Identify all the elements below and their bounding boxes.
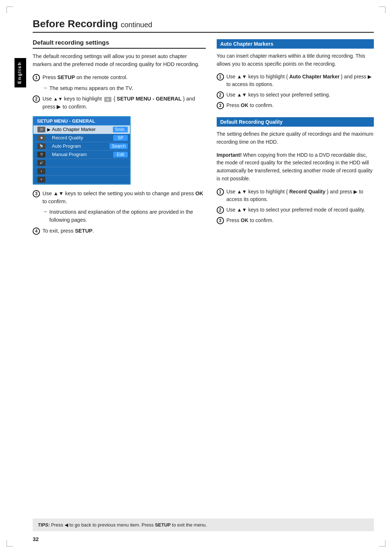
- menu-row-3-label: Auto Program: [52, 143, 110, 149]
- menu-row-2-arrow: ▶: [47, 135, 50, 140]
- tips-bar: TIPS: Press ◀ to go back to previous men…: [33, 519, 374, 532]
- menu-row-3: 📡 ▶ Auto Program Search: [33, 142, 130, 151]
- right-step-1-1: 1 Use ▲▼ keys to highlight { Auto Chapte…: [217, 73, 374, 88]
- menu-row-4-label: Manual Program: [52, 152, 113, 157]
- menu-row-7: ≡: [33, 176, 130, 184]
- corner-mark-tl: [7, 7, 13, 13]
- left-section-heading: Default recording settings: [33, 39, 206, 49]
- corner-mark-br: [379, 540, 385, 546]
- step-3-text: Use ▲▼ keys to select the setting you wi…: [42, 190, 206, 206]
- corner-mark-bl: [7, 540, 13, 546]
- menu-row-6: 1: [33, 167, 130, 176]
- menu-row-1-label: Auto Chapter Marker: [52, 127, 113, 132]
- two-column-layout: Default recording settings The default r…: [33, 39, 374, 238]
- right-step-2-1-text: Use ▲▼ keys to highlight { Record Qualit…: [226, 188, 374, 203]
- menu-row-3-arrow: ▶: [47, 144, 50, 149]
- right-step-2-1-num: 1: [217, 188, 224, 196]
- menu-row-4: ☰ ▶ Manual Program Edit: [33, 151, 130, 159]
- menu-icon-2: ◉: [36, 135, 47, 141]
- page-number: 32: [33, 536, 39, 542]
- menu-icon-5: 🔊: [36, 160, 47, 166]
- step-4-text: To exit, press SETUP.: [42, 227, 94, 235]
- setup-menu-title: SETUP MENU - GENERAL: [33, 117, 130, 126]
- step-2: 2 Use ▲▼ keys to highlight ⊞ { SETUP MEN…: [33, 95, 206, 111]
- step-3-sub-text: Instructions and explanation of the opti…: [49, 208, 206, 224]
- step-3-sub: → Instructions and explanation of the op…: [42, 208, 206, 224]
- right-column: Auto Chapter Markers You can insert chap…: [217, 39, 374, 238]
- corner-mark-tr: [379, 7, 385, 13]
- tips-text: Press ◀ to go back to previous menu item…: [51, 522, 207, 528]
- arrow-icon-3: →: [42, 209, 48, 214]
- right-step-2-2-text: Use ▲▼ keys to select your preferred mod…: [226, 206, 365, 214]
- auto-chapter-heading: Auto Chapter Markers: [217, 39, 374, 49]
- right-step-2-3-num: 3: [217, 217, 224, 224]
- right-step-1-1-num: 1: [217, 73, 224, 81]
- default-quality-body: The setting defines the picture quality …: [217, 130, 374, 146]
- menu-row-3-value: Search: [110, 143, 128, 149]
- menu-row-1-value: 5min.: [113, 127, 128, 132]
- step-1-sub: → The setup menu appears on the TV.: [42, 85, 206, 93]
- page-title: Before Recording continued: [33, 18, 374, 33]
- right-step-2-1: 1 Use ▲▼ keys to highlight { Record Qual…: [217, 188, 374, 203]
- right-step-1-1-text: Use ▲▼ keys to highlight { Auto Chapter …: [226, 73, 374, 88]
- step-2-text: Use ▲▼ keys to highlight ⊞ { SETUP MENU …: [42, 95, 206, 111]
- menu-icon-7: ≡: [36, 177, 47, 183]
- important-text: Important! When copying from the HDD to …: [217, 151, 374, 183]
- menu-icon-4: ☰: [36, 152, 47, 157]
- menu-icon-6: 1: [36, 168, 47, 174]
- menu-row-2-label: Record Quality: [52, 135, 113, 140]
- setup-menu-box: SETUP MENU - GENERAL ⊡ ▶ Auto Chapter Ma…: [33, 116, 131, 185]
- auto-chapter-body: You can insert chapter markers within a …: [217, 52, 374, 68]
- step-1-sub-text: The setup menu appears on the TV.: [49, 85, 133, 93]
- menu-row-1-arrow: ▶: [47, 127, 50, 132]
- left-column: Default recording settings The default r…: [33, 39, 206, 238]
- menu-row-5: 🔊: [33, 159, 130, 167]
- step-4: 4 To exit, press SETUP.: [33, 227, 206, 235]
- right-step-1-2: 2 Use ▲▼ keys to select your preferred s…: [217, 91, 374, 99]
- right-step-2-3: 3 Press OK to confirm.: [217, 217, 374, 224]
- page-title-text: Before Recording: [33, 18, 118, 29]
- step-3-num: 3: [33, 190, 40, 197]
- menu-row-4-value: Edit: [113, 152, 128, 157]
- right-step-2-2-num: 2: [217, 206, 224, 214]
- default-quality-heading: Default Recording Quality: [217, 117, 374, 127]
- step-2-num: 2: [33, 95, 40, 103]
- right-step-1-3-text: Press OK to confirm.: [226, 102, 274, 109]
- right-step-1-2-text: Use ▲▼ keys to select your preferred set…: [226, 91, 330, 99]
- step-1-num: 1: [33, 74, 40, 81]
- menu-row-2: ◉ ▶ Record Quality SP: [33, 134, 130, 142]
- page-title-continued: continued: [121, 21, 152, 29]
- right-step-1-3: 3 Press OK to confirm.: [217, 102, 374, 109]
- menu-row-2-value: SP: [113, 135, 128, 141]
- right-step-2-2: 2 Use ▲▼ keys to select your preferred m…: [217, 206, 374, 214]
- menu-icon-3: 📡: [36, 143, 47, 149]
- step-1-text: Press SETUP on the remote control.: [42, 74, 128, 82]
- step-1: 1 Press SETUP on the remote control.: [33, 74, 206, 82]
- main-content: Before Recording continued Default recor…: [33, 18, 374, 535]
- sidebar-english-label: English: [15, 58, 26, 87]
- menu-row-1: ⊡ ▶ Auto Chapter Marker 5min.: [33, 126, 130, 134]
- arrow-icon: →: [42, 85, 48, 91]
- right-step-1-3-num: 3: [217, 102, 224, 109]
- tips-label: TIPS:: [38, 522, 50, 528]
- step-4-num: 4: [33, 228, 40, 235]
- step-3: 3 Use ▲▼ keys to select the setting you …: [33, 190, 206, 206]
- menu-icon-1: ⊡: [36, 127, 47, 132]
- menu-row-4-arrow: ▶: [47, 152, 50, 157]
- right-step-2-3-text: Press OK to confirm.: [226, 217, 274, 224]
- intro-text: The default recording settings will allo…: [33, 52, 206, 69]
- right-step-1-2-num: 2: [217, 91, 224, 99]
- setup-menu-rows: ⊡ ▶ Auto Chapter Marker 5min. ◉: [33, 126, 130, 184]
